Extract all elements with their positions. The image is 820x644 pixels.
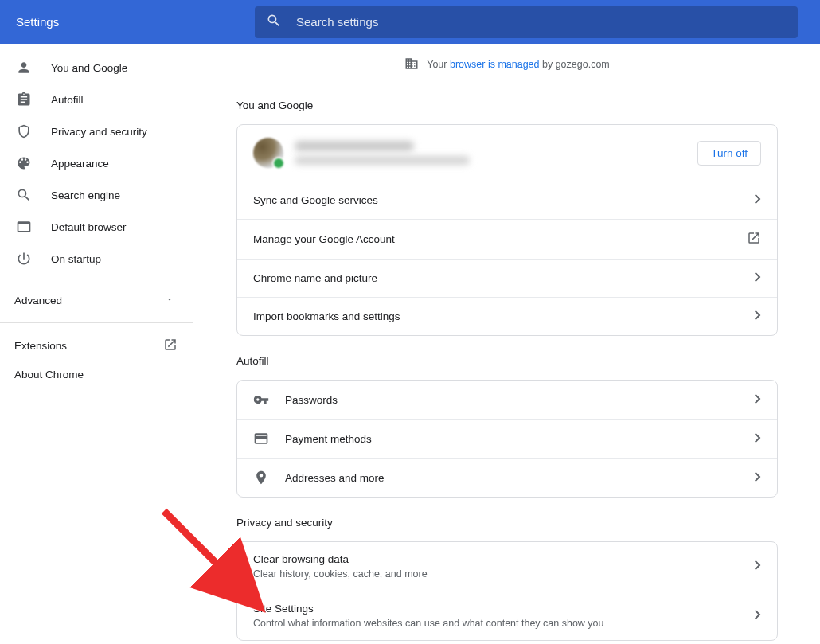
row-sync-services[interactable]: Sync and Google services [237, 181, 777, 219]
page-title: Settings [0, 15, 255, 29]
about-label: About Chrome [14, 369, 84, 381]
section-you-and-google: You and Google Turn off Sync and Google … [236, 88, 778, 336]
location-icon [253, 470, 269, 486]
power-icon [16, 251, 32, 267]
chevron-right-icon [755, 394, 761, 406]
sidebar-advanced-toggle[interactable]: Advanced [0, 284, 193, 316]
section-title: Privacy and security [236, 505, 778, 541]
row-manage-google-account[interactable]: Manage your Google Account [237, 219, 777, 259]
external-link-icon [747, 231, 761, 248]
sidebar-item-label: Appearance [51, 158, 109, 170]
credit-card-icon [253, 431, 269, 447]
profile-email-redacted [295, 156, 470, 165]
magnify-icon [16, 187, 32, 203]
sidebar-item-appearance[interactable]: Appearance [0, 147, 193, 179]
row-passwords[interactable]: Passwords [237, 381, 777, 419]
profile-name-redacted [295, 141, 414, 151]
managed-link[interactable]: browser is managed [450, 59, 540, 70]
person-icon [16, 60, 32, 76]
chevron-right-icon [755, 610, 761, 622]
row-site-settings[interactable]: Site Settings Control what information w… [237, 591, 777, 640]
sidebar-item-privacy[interactable]: Privacy and security [0, 115, 193, 147]
clipboard-icon [16, 92, 32, 107]
key-icon [253, 392, 269, 408]
sidebar-item-default-browser[interactable]: Default browser [0, 211, 193, 243]
chevron-right-icon [755, 194, 761, 206]
profile-row: Turn off [237, 125, 777, 181]
search-icon [266, 13, 282, 32]
turn-off-button[interactable]: Turn off [697, 141, 761, 166]
chevron-right-icon [755, 560, 761, 572]
section-autofill: Autofill Passwords Payment methods Addre… [236, 344, 778, 498]
sidebar-item-label: You and Google [51, 62, 127, 74]
chevron-right-icon [755, 272, 761, 284]
sidebar-item-label: On startup [51, 253, 101, 265]
shield-icon [16, 123, 32, 139]
sidebar-item-label: Search engine [51, 189, 120, 201]
sidebar-divider [0, 322, 193, 323]
palette-icon [16, 155, 32, 171]
row-payment-methods[interactable]: Payment methods [237, 419, 777, 458]
sidebar-item-label: Autofill [51, 94, 84, 106]
avatar [253, 138, 283, 168]
sidebar-item-you-and-google[interactable]: You and Google [0, 52, 193, 84]
sidebar: You and Google Autofill Privacy and secu… [0, 44, 194, 644]
chevron-right-icon [755, 433, 761, 445]
sidebar-item-about[interactable]: About Chrome [0, 360, 193, 388]
row-clear-browsing-data[interactable]: Clear browsing data Clear history, cooki… [237, 542, 777, 591]
section-privacy: Privacy and security Clear browsing data… [236, 505, 778, 641]
sidebar-item-label: Default browser [51, 221, 127, 233]
row-addresses[interactable]: Addresses and more [237, 458, 777, 497]
advanced-label: Advanced [14, 295, 62, 306]
browser-icon [16, 219, 32, 235]
chevron-right-icon [755, 472, 761, 484]
row-chrome-name-picture[interactable]: Chrome name and picture [237, 259, 777, 297]
search-box[interactable] [255, 6, 798, 38]
chevron-right-icon [755, 310, 761, 322]
sidebar-item-search-engine[interactable]: Search engine [0, 179, 193, 211]
sidebar-item-on-startup[interactable]: On startup [0, 243, 193, 275]
main-content: Your browser is managed by gozego.com Yo… [194, 44, 820, 644]
managed-bar: Your browser is managed by gozego.com [194, 49, 820, 80]
external-link-icon [163, 338, 178, 354]
building-icon [404, 57, 419, 73]
chevron-down-icon [165, 295, 174, 306]
search-input[interactable] [296, 15, 787, 29]
section-title: Autofill [236, 344, 778, 380]
section-title: You and Google [236, 88, 778, 124]
header-bar: Settings [0, 0, 820, 44]
extensions-label: Extensions [14, 340, 67, 352]
sidebar-item-label: Privacy and security [51, 126, 147, 138]
row-import-bookmarks[interactable]: Import bookmarks and settings [237, 297, 777, 335]
managed-text: Your browser is managed by gozego.com [427, 59, 610, 70]
sidebar-item-autofill[interactable]: Autofill [0, 84, 193, 115]
sidebar-item-extensions[interactable]: Extensions [0, 331, 193, 360]
